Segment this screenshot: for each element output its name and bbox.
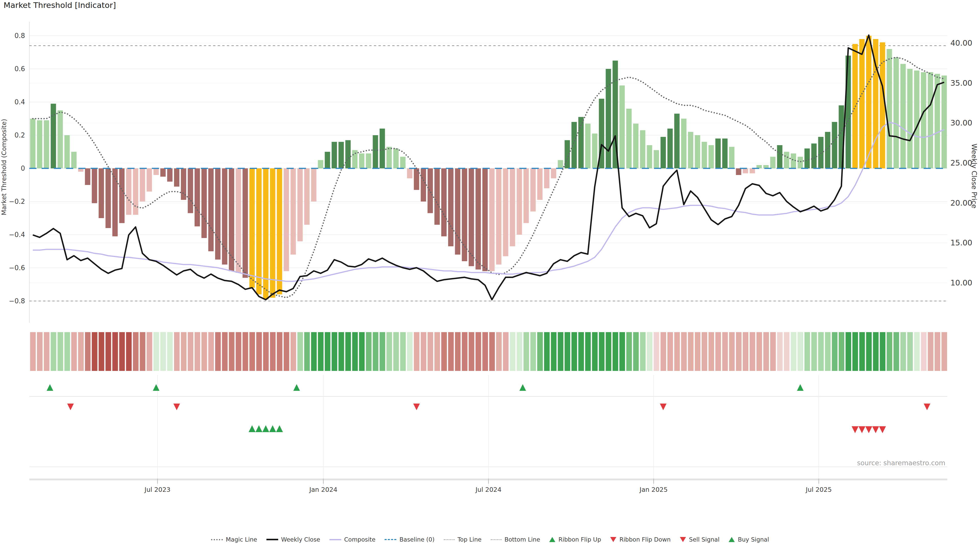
svg-text:−0.2: −0.2 — [9, 198, 25, 205]
svg-text:30.00: 30.00 — [950, 118, 972, 127]
dotted-line-icon — [444, 539, 455, 540]
svg-text:Jan 2025: Jan 2025 — [639, 486, 668, 493]
legend-item-sell-signal: Sell Signal — [680, 536, 720, 543]
legend-item-buy-signal: Buy Signal — [729, 536, 769, 543]
svg-text:Jan 2024: Jan 2024 — [309, 486, 337, 493]
legend-label: Sell Signal — [689, 536, 720, 543]
svg-text:−0.6: −0.6 — [9, 264, 25, 272]
svg-text:0.4: 0.4 — [14, 98, 25, 106]
svg-text:20.00: 20.00 — [950, 198, 972, 207]
dotted-line-icon — [211, 539, 223, 540]
legend-label: Baseline (0) — [399, 536, 434, 543]
svg-text:Jul 2023: Jul 2023 — [144, 486, 170, 493]
svg-text:0.8: 0.8 — [14, 32, 25, 40]
legend-item-composite: Composite — [329, 536, 375, 543]
red-down-triangle-icon — [610, 537, 616, 542]
legend-item-ribbon-flip-up: Ribbon Flip Up — [549, 536, 601, 543]
svg-text:35.00: 35.00 — [950, 79, 972, 87]
svg-text:Jul 2024: Jul 2024 — [475, 486, 501, 493]
legend-label: Top Line — [458, 536, 482, 543]
green-up-triangle-icon — [729, 537, 735, 542]
chart-legend: Magic Line Weekly Close Composite Baseli… — [0, 536, 980, 543]
legend-item-magic-line: Magic Line — [211, 536, 257, 543]
green-up-triangle-icon — [549, 537, 555, 542]
svg-text:Jul 2025: Jul 2025 — [805, 486, 832, 493]
legend-item-baseline: Baseline (0) — [385, 536, 434, 543]
lavender-line-icon — [329, 539, 341, 540]
svg-text:0: 0 — [21, 165, 25, 172]
legend-label: Composite — [344, 536, 375, 543]
svg-text:−0.4: −0.4 — [9, 231, 25, 238]
legend-label: Ribbon Flip Up — [558, 536, 601, 543]
svg-text:10.00: 10.00 — [950, 278, 972, 287]
legend-item-weekly-close: Weekly Close — [266, 536, 320, 543]
legend-label: Ribbon Flip Down — [619, 536, 671, 543]
legend-label: Magic Line — [226, 536, 257, 543]
svg-text:source: sharemaestro.com: source: sharemaestro.com — [857, 459, 945, 467]
svg-text:Weekly Close Price: Weekly Close Price — [970, 144, 978, 208]
legend-item-bottom-line: Bottom Line — [491, 536, 540, 543]
solid-line-icon — [266, 539, 278, 540]
dotted-line-icon — [491, 539, 501, 540]
svg-text:25.00: 25.00 — [950, 159, 972, 167]
blue-dashed-line-icon — [385, 539, 396, 540]
chart-canvas: 0.80.60.40.20−0.2−0.4−0.6−0.840.0035.003… — [0, 0, 980, 551]
svg-text:−0.8: −0.8 — [9, 297, 25, 305]
svg-text:0.2: 0.2 — [14, 131, 25, 139]
chart-page: Market Threshold [Indicator] 0.80.60.40.… — [0, 0, 980, 551]
svg-text:Market Threshold (Composite): Market Threshold (Composite) — [0, 119, 8, 215]
legend-item-ribbon-flip-down: Ribbon Flip Down — [610, 536, 671, 543]
svg-text:40.00: 40.00 — [950, 38, 972, 48]
legend-label: Bottom Line — [504, 536, 540, 543]
svg-text:15.00: 15.00 — [950, 238, 972, 247]
red-down-triangle-icon — [680, 537, 686, 542]
legend-label: Buy Signal — [738, 536, 769, 543]
legend-item-top-line: Top Line — [444, 536, 482, 543]
legend-label: Weekly Close — [281, 536, 320, 543]
svg-text:0.6: 0.6 — [14, 65, 25, 73]
